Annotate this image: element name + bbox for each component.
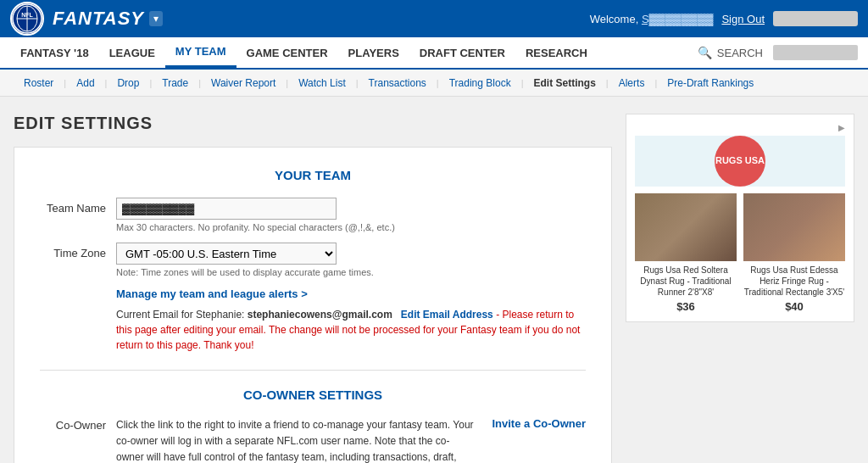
top-bar: NFL FANTASY ▾ Welcome, S▓▓▓▓▓▓▓▓ Sign Ou… <box>0 0 868 37</box>
product-price-1: $36 <box>635 300 737 313</box>
co-owner-label: Co-Owner <box>40 417 116 432</box>
your-team-title: YOUR TEAM <box>40 168 586 182</box>
ad-product-1[interactable]: Rugs Usa Red Soltera Dynast Rug - Tradit… <box>635 193 737 313</box>
topbar-right: Welcome, S▓▓▓▓▓▓▓▓ Sign Out <box>590 11 858 26</box>
product-image-2 <box>743 193 845 261</box>
sign-out-link[interactable]: Sign Out <box>721 13 765 25</box>
team-name-row: Team Name Max 30 characters. No profanit… <box>40 198 586 232</box>
product-price-2: $40 <box>743 300 845 313</box>
welcome-username: S▓▓▓▓▓▓▓▓ <box>642 13 714 25</box>
product-name-2: Rugs Usa Rust Edessa Heriz Fringe Rug - … <box>743 265 845 298</box>
co-owner-description: Click the link to the right to invite a … <box>116 417 475 463</box>
co-owner-row: Co-Owner Click the link to the right to … <box>40 417 586 463</box>
invite-co-owner-link[interactable]: Invite a Co-Owner <box>492 417 586 430</box>
sub-nav: Roster | Add | Drop | Trade | Waiver Rep… <box>0 70 868 97</box>
nav-item-my-team[interactable]: MY TEAM <box>165 37 236 68</box>
edit-email-link[interactable]: Edit Email Address <box>401 309 493 321</box>
team-name-label: Team Name <box>40 198 116 215</box>
subnav-alerts[interactable]: Alerts <box>612 74 652 92</box>
timezone-hint: Note: Time zones will be used to display… <box>116 267 586 277</box>
timezone-label: Time Zone <box>40 243 116 259</box>
ad-container: ▶ RUGS USA Rugs Usa Red Soltera Dynast R… <box>626 114 854 322</box>
nav-item-draft-center[interactable]: DRAFT CENTER <box>409 37 515 68</box>
search-label: SEARCH <box>717 47 763 59</box>
team-name-field-group: Max 30 characters. No profanity. No spec… <box>116 198 586 232</box>
nav-item-players[interactable]: PLAYERS <box>338 37 409 68</box>
subnav-transactions[interactable]: Transactions <box>362 74 433 92</box>
subnav-trading-block[interactable]: Trading Block <box>442 74 518 92</box>
content-area: EDIT SETTINGS YOUR TEAM Team Name Max 30… <box>14 114 612 463</box>
subnav-edit-settings[interactable]: Edit Settings <box>527 74 603 92</box>
nav-bar: FANTASY '18 LEAGUE MY TEAM GAME CENTER P… <box>0 37 868 70</box>
product-name-1: Rugs Usa Red Soltera Dynast Rug - Tradit… <box>635 265 737 298</box>
email-address: stephaniecowens@gmail.com <box>248 309 392 321</box>
subnav-drop[interactable]: Drop <box>110 74 146 92</box>
nfl-shield-icon: NFL <box>10 2 44 36</box>
search-button[interactable]: 🔍 SEARCH <box>698 46 763 59</box>
welcome-text: Welcome, S▓▓▓▓▓▓▓▓ <box>590 13 714 25</box>
email-row: Current Email for Stephanie: stephanieco… <box>116 307 586 353</box>
settings-card: YOUR TEAM Team Name Max 30 characters. N… <box>14 147 612 463</box>
fantasy-brand-label: FANTASY <box>53 8 144 30</box>
ad-brand: RUGS USA <box>635 136 845 187</box>
nav-team-bar <box>773 45 858 60</box>
section-divider <box>40 370 586 371</box>
nfl-logo: NFL <box>10 2 44 36</box>
email-prefix: Current Email for Stephanie: <box>116 309 244 321</box>
subnav-add[interactable]: Add <box>70 74 101 92</box>
page-title: EDIT SETTINGS <box>14 114 612 133</box>
timezone-field-group: GMT -05:00 U.S. Eastern Time Note: Time … <box>116 243 586 277</box>
nav-item-league[interactable]: LEAGUE <box>99 37 165 68</box>
nav-item-fantasy18[interactable]: FANTASY '18 <box>10 37 99 68</box>
team-name-hint: Max 30 characters. No profanity. No spec… <box>116 222 586 232</box>
co-owner-content: Click the link to the right to invite a … <box>116 417 586 463</box>
manage-alerts-link[interactable]: Manage my team and league alerts > <box>116 287 586 300</box>
subnav-roster[interactable]: Roster <box>17 74 60 92</box>
nav-item-game-center[interactable]: GAME CENTER <box>236 37 338 68</box>
timezone-select[interactable]: GMT -05:00 U.S. Eastern Time <box>116 243 337 265</box>
subnav-pre-draft[interactable]: Pre-Draft Rankings <box>660 74 760 92</box>
ad-indicator: ▶ <box>635 123 845 132</box>
co-owner-title: CO-OWNER SETTINGS <box>40 388 586 402</box>
ad-products: Rugs Usa Red Soltera Dynast Rug - Tradit… <box>635 193 845 313</box>
subnav-trade[interactable]: Trade <box>155 74 195 92</box>
main-content: EDIT SETTINGS YOUR TEAM Team Name Max 30… <box>0 97 868 463</box>
sidebar-ad: ▶ RUGS USA Rugs Usa Red Soltera Dynast R… <box>626 114 854 463</box>
subnav-watch-list[interactable]: Watch List <box>292 74 353 92</box>
search-icon: 🔍 <box>698 46 712 59</box>
fantasy-dropdown[interactable]: ▾ <box>149 11 163 26</box>
product-image-1 <box>635 193 737 261</box>
subnav-waiver-report[interactable]: Waiver Report <box>204 74 282 92</box>
topbar-team-name <box>773 11 858 26</box>
team-name-input[interactable] <box>116 198 337 220</box>
ad-product-2[interactable]: Rugs Usa Rust Edessa Heriz Fringe Rug - … <box>743 193 845 313</box>
nav-item-research[interactable]: RESEARCH <box>515 37 598 68</box>
timezone-row: Time Zone GMT -05:00 U.S. Eastern Time N… <box>40 243 586 277</box>
rugs-usa-logo: RUGS USA <box>715 136 765 187</box>
